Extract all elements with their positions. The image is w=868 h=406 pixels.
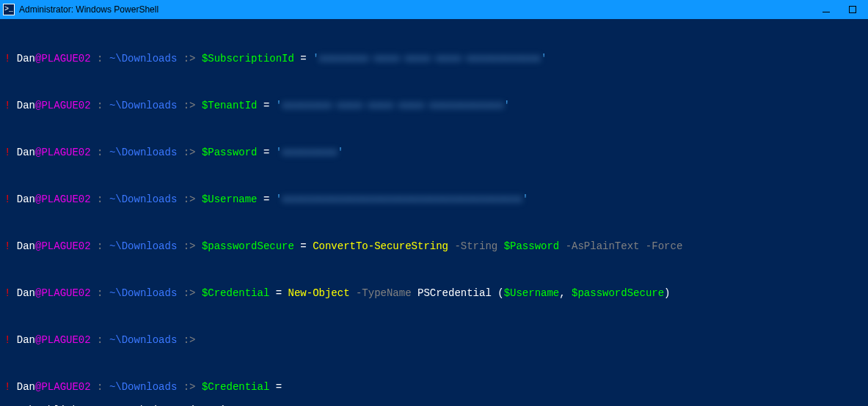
window-controls — [821, 4, 864, 15]
terminal-line: ! Dan@PLAGUE02 : ~\Downloads :> — [4, 334, 864, 346]
redacted-value: xxxxxxxx-xxxx-xxxx-xxxx-xxxxxxxxxxxx — [319, 53, 541, 64]
variable: $Password — [202, 147, 258, 158]
title-left: >_ Administrator: Windows PowerShell — [3, 4, 158, 15]
terminal-line: ! Dan@PLAGUE02 : ~\Downloads :> $Usernam… — [4, 193, 864, 205]
variable: $SubscriptionId — [202, 53, 294, 64]
quote: ' — [313, 53, 318, 64]
cmdlet: ConvertTo-SecureString — [313, 240, 448, 252]
terminal-line: ! Dan@PLAGUE02 : ~\Downloads :> $Subscri… — [4, 53, 864, 64]
prompt-sep: : — [91, 53, 109, 64]
variable: $passwordSecure — [572, 287, 664, 299]
equals: = — [294, 53, 313, 64]
variable: $Username — [504, 287, 560, 299]
powershell-icon: >_ — [3, 4, 15, 15]
maximize-button[interactable] — [847, 4, 858, 15]
param: -AsPlainText -Force — [559, 240, 682, 252]
window-title: Administrator: Windows PowerShell — [19, 4, 158, 15]
param: -TypeName — [350, 287, 417, 299]
prompt-host: PLAGUE02 — [41, 53, 90, 64]
param: -String — [448, 240, 504, 252]
terminal-line: ! Dan@PLAGUE02 : ~\Downloads :> $Credent… — [4, 287, 864, 299]
prompt-sep2: :> — [177, 53, 202, 64]
variable: $passwordSecure — [202, 240, 294, 252]
minimize-button[interactable] — [821, 4, 831, 15]
redacted-value: xxxxxxxx-xxxx-xxxx-xxxx-xxxxxxxxxxxx — [282, 100, 503, 111]
terminal-line: ! Dan@PLAGUE02 : ~\Downloads :> $passwor… — [4, 240, 864, 252]
variable: $Credential — [202, 381, 269, 393]
window-titlebar: >_ Administrator: Windows PowerShell — [0, 0, 868, 19]
prompt-user: Dan — [17, 53, 35, 64]
variable: $Password — [504, 240, 560, 252]
variable: $TenantId — [202, 100, 258, 111]
terminal-output[interactable]: ! Dan@PLAGUE02 : ~\Downloads :> $Subscri… — [0, 19, 868, 406]
variable: $Credential — [202, 287, 269, 299]
prompt-path: ~\Downloads — [109, 53, 177, 64]
type-name: PSCredential — [417, 287, 492, 299]
terminal-line: ! Dan@PLAGUE02 : ~\Downloads :> $TenantI… — [4, 100, 864, 111]
quote: ' — [541, 53, 547, 64]
terminal-line: ! Dan@PLAGUE02 : ~\Downloads :> $Passwor… — [4, 147, 864, 158]
variable: $Username — [202, 193, 258, 205]
cmdlet: New-Object — [288, 287, 350, 299]
terminal-line: ! Dan@PLAGUE02 : ~\Downloads :> $Credent… — [4, 381, 864, 393]
redacted-value: xxxxxxxxxxxxxxxxxxxxxxxxxxxxxxxxxxxxxxx — [282, 193, 522, 205]
redacted-value: xxxxxxxxx — [282, 147, 338, 158]
